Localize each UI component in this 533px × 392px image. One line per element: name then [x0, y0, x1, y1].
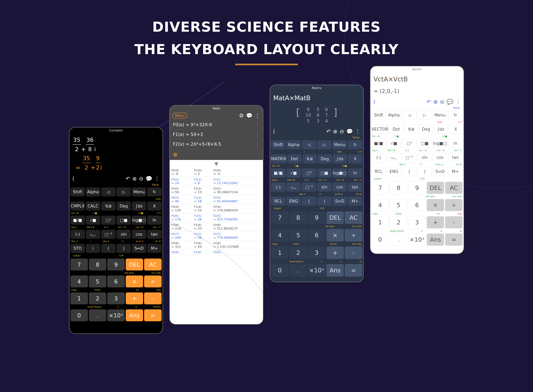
key-[interactable]: ⇅≣ — [303, 154, 317, 163]
key-x[interactable]: X — [147, 201, 162, 210]
key-sd[interactable]: S⇔D — [132, 244, 146, 253]
key-[interactable]: ▢⁻¹ — [402, 153, 417, 162]
key-rcl[interactable]: RCL — [371, 167, 386, 176]
key-[interactable]: ▢² — [402, 139, 417, 148]
key-[interactable]: ( — [402, 167, 417, 176]
key-del[interactable]: DEL — [427, 182, 444, 194]
key-x[interactable]: X — [449, 125, 463, 134]
key-ac[interactable]: AC — [445, 182, 463, 194]
key-[interactable]: ÷ — [445, 199, 463, 211]
key-[interactable]: ↻ — [147, 187, 162, 196]
zoom-out-icon[interactable]: ⊖ — [139, 175, 144, 182]
key-[interactable]: ₀,,, — [86, 230, 100, 239]
key-x[interactable]: X — [348, 154, 362, 163]
back-icon[interactable]: ⟨ — [373, 99, 375, 105]
key-7[interactable]: 7 — [371, 182, 389, 194]
key-1[interactable]: 1 — [70, 292, 88, 304]
key-5[interactable]: 5 — [390, 199, 408, 211]
key-log[interactable]: log■▢ — [433, 139, 447, 148]
equation-row[interactable]: F1⟨x⟩ = 5X+3⋮ — [170, 130, 263, 139]
key-[interactable]: ) — [116, 244, 131, 253]
key-8[interactable]: 8 — [290, 211, 307, 224]
key-[interactable]: × — [126, 275, 143, 287]
key-[interactable]: ◁ — [302, 140, 316, 149]
key-7[interactable]: 7 — [70, 259, 88, 271]
key-[interactable]: ) — [317, 197, 332, 206]
key-sd[interactable]: S⇔D — [333, 197, 347, 206]
key-[interactable]: ▷ — [116, 187, 131, 196]
key-log[interactable]: log■▢ — [132, 216, 146, 225]
key-10[interactable]: ×10ˣ — [308, 264, 325, 277]
key-[interactable]: ) — [417, 167, 432, 176]
key-ac[interactable]: AC — [345, 211, 362, 224]
zoom-in-icon[interactable]: ⊕ — [333, 128, 338, 135]
key-3[interactable]: 3 — [408, 216, 426, 229]
key-6[interactable]: 6 — [308, 229, 325, 242]
key-eng[interactable]: ENG — [286, 197, 301, 206]
key-[interactable]: = — [144, 309, 162, 321]
key-[interactable]: ₀,,, — [286, 182, 301, 191]
key-[interactable]: = — [345, 264, 362, 277]
chat-icon[interactable]: 💬 — [246, 112, 253, 119]
key-2[interactable]: 2 — [290, 247, 307, 259]
key-9[interactable]: 9 — [308, 211, 325, 224]
key-sin[interactable]: sin — [417, 153, 432, 162]
key-[interactable]: + — [126, 292, 143, 304]
key-2[interactable]: 2 — [89, 292, 107, 304]
zoom-in-icon[interactable]: ⊕ — [433, 99, 438, 105]
key-5[interactable]: 5 — [290, 229, 307, 242]
key-dx[interactable]: ∫dx — [132, 201, 146, 210]
key-sto[interactable]: STO — [70, 244, 85, 253]
key-ac[interactable]: AC — [144, 259, 162, 271]
key-m[interactable]: M+ — [348, 197, 362, 206]
key-deg[interactable]: Deg — [318, 154, 332, 163]
chat-icon[interactable]: 💬 — [346, 128, 353, 135]
key-6[interactable]: 6 — [408, 199, 426, 211]
key-[interactable]: (-) — [70, 230, 85, 239]
key-[interactable]: ▢■ — [116, 216, 131, 225]
key-[interactable]: ▢■ — [417, 139, 432, 148]
key-log[interactable]: log■▢ — [333, 168, 347, 177]
key-[interactable]: ◁ — [101, 187, 116, 196]
key-det[interactable]: Det — [287, 154, 302, 163]
key-[interactable]: ÷ — [144, 275, 162, 287]
key-[interactable]: - — [345, 247, 362, 259]
key-rcl[interactable]: RCL — [271, 197, 285, 206]
menu-button[interactable]: Menu — [173, 113, 187, 119]
key-[interactable]: ▷ — [417, 111, 432, 120]
key-eng[interactable]: ENG — [387, 167, 401, 176]
key-6[interactable]: 6 — [107, 275, 125, 287]
key-[interactable]: ⇅≣ — [101, 201, 116, 210]
key-[interactable]: + — [326, 247, 344, 259]
key-tan[interactable]: tan — [348, 182, 362, 191]
key-4[interactable]: 4 — [70, 275, 88, 287]
key-m[interactable]: M+ — [448, 167, 463, 176]
add-icon[interactable]: ⊕ — [173, 151, 178, 158]
more-icon[interactable]: ⋮ — [455, 99, 461, 105]
key-sin[interactable]: sin — [317, 182, 332, 191]
key-cmplx[interactable]: CMPLX — [70, 201, 85, 210]
key-matrix[interactable]: MATRIX — [271, 154, 286, 163]
key-[interactable]: . — [290, 264, 307, 277]
key-[interactable]: ↻ — [448, 111, 463, 120]
key-alpha[interactable]: Alpha — [286, 140, 301, 149]
key-menu[interactable]: Menu — [333, 140, 347, 149]
zoom-out-icon[interactable]: ⊖ — [440, 99, 445, 105]
key-[interactable]: ▢⁻¹ — [302, 182, 316, 191]
key-tan[interactable]: tan — [448, 153, 463, 162]
key-0[interactable]: 0 — [271, 264, 289, 277]
key-alpha[interactable]: Alpha — [86, 187, 100, 196]
zoom-in-icon[interactable]: ⊕ — [132, 175, 137, 182]
key-alpha[interactable]: Alpha — [387, 111, 401, 120]
key-5[interactable]: 5 — [89, 275, 107, 287]
undo-icon[interactable]: ↶ — [126, 175, 130, 182]
key-7[interactable]: 7 — [271, 211, 289, 224]
chat-icon[interactable]: 💬 — [447, 99, 453, 105]
key-4[interactable]: 4 — [271, 229, 289, 242]
key-[interactable]: ( — [302, 197, 316, 206]
key-[interactable]: ▢■ — [317, 168, 332, 177]
key-shift[interactable]: Shift — [271, 140, 285, 149]
more-icon[interactable]: ⋮ — [255, 112, 260, 119]
key-del[interactable]: DEL — [126, 259, 143, 271]
key-calc[interactable]: CALC — [86, 201, 100, 210]
